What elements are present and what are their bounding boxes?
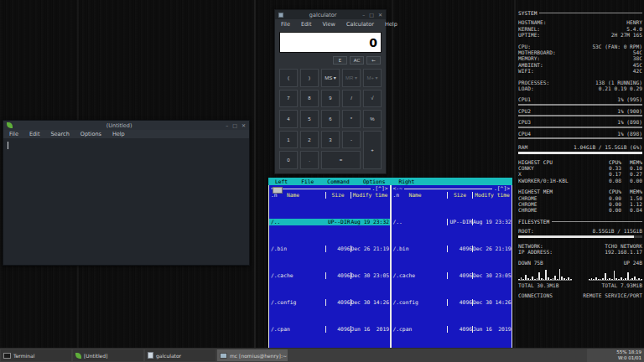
calc-key[interactable]: 0 [279, 151, 298, 169]
calc-key[interactable]: M+ ▾ [363, 69, 382, 87]
cpu-usage-bar [518, 115, 642, 116]
panel-column-headers: .n Name Size Modify time [392, 192, 512, 199]
calc-key[interactable]: 4 [279, 110, 298, 128]
graph-bar [545, 270, 547, 280]
taskbar-window-button[interactable]: Terminal [1, 349, 71, 361]
calculator-window: galculator – □ ✕ File Edit View Calculat… [274, 9, 387, 174]
graph-bar [566, 279, 568, 280]
graph-bar [559, 269, 561, 280]
editor-titlebar[interactable]: (Untitled) – □ ✕ [3, 121, 249, 130]
menu-item[interactable]: File [9, 131, 18, 137]
conky-process-row: PROCESSES: 138 (1 RUNNING) [518, 80, 642, 85]
file-row[interactable]: /.cpan 4096 Jun 16 2019 [269, 326, 390, 333]
menu-item[interactable]: Edit [301, 21, 312, 28]
mc-menu-item[interactable]: Options [363, 178, 386, 185]
calculator-titlebar[interactable]: galculator – □ ✕ [275, 10, 386, 19]
ram-usage-bar [518, 152, 642, 154]
menu-item[interactable]: Search [50, 131, 69, 137]
menu-item[interactable]: File [281, 21, 290, 28]
graph-bar [530, 279, 532, 280]
graph-bar [605, 273, 606, 280]
calc-key[interactable]: MS ▾ [321, 69, 340, 87]
maximize-button[interactable]: □ [232, 123, 237, 128]
highest-mem-row: CHROME 0.00 1.12 [518, 201, 642, 207]
conky-system-monitor: SYSTEM HOSTNAME: HENRY KERNEL: 5.4.0 UPT… [518, 10, 642, 299]
calc-key[interactable]: 6 [321, 110, 340, 128]
calc-key[interactable]: 9 [321, 90, 340, 108]
graph-bar [598, 279, 600, 280]
calc-function-button[interactable]: E [333, 56, 347, 65]
graph-bar [623, 279, 625, 280]
graph-bar [638, 278, 640, 280]
panel-path: ~ [399, 185, 402, 192]
maximize-button[interactable]: □ [369, 13, 374, 18]
calc-key[interactable]: * [342, 110, 361, 128]
conky-temp-row: WIFI: 42C [518, 68, 642, 74]
file-row[interactable]: /.bin 4096 Dec 26 21:19 [392, 246, 512, 252]
graph-bar [602, 278, 604, 280]
panel-scroll-marker[interactable]: .[^]> [372, 185, 388, 192]
menu-item[interactable]: Edit [29, 131, 40, 137]
file-row[interactable]: /.. UP--DIR Aug 19 23:32 [269, 219, 390, 225]
mc-menu-item[interactable]: Right [398, 178, 414, 185]
taskbar-window-button[interactable]: mc [nomius@henry]:~ [217, 349, 288, 361]
root-usage-bar [518, 235, 642, 238]
conky-section-system: SYSTEM [518, 10, 642, 16]
calc-key[interactable]: % [363, 110, 382, 128]
conky-info-row: KERNEL: 5.4.0 [518, 26, 642, 32]
file-row[interactable]: /.bin 4096 Dec 26 21:19 [269, 246, 390, 252]
menu-item[interactable]: Options [80, 131, 101, 137]
file-row[interactable]: /.cpan 4096 Jun 16 2019 [392, 326, 512, 333]
mc-menu-item[interactable]: Left [275, 178, 288, 185]
menu-item[interactable]: Calculator [346, 21, 374, 28]
menu-item[interactable]: Help [112, 131, 125, 137]
calc-function-button[interactable]: ← [366, 56, 381, 65]
calc-key[interactable]: √ [363, 90, 382, 108]
panel-left-marker[interactable]: <- [393, 185, 400, 192]
file-row[interactable]: /.config 4096 Dec 30 14:26 [392, 299, 512, 306]
minimize-button[interactable]: – [362, 13, 365, 18]
calc-key[interactable]: / [342, 90, 361, 108]
calc-function-button[interactable]: AC [350, 56, 364, 65]
conky-cpu-block: CPU2 1% (900) [518, 108, 642, 116]
calculator-clear-row: E AC ← [275, 55, 386, 66]
close-button[interactable]: ✕ [378, 13, 382, 18]
cpu-usage-bar [518, 104, 642, 106]
calc-key[interactable]: 2 [300, 131, 319, 149]
highest-cpu-row: X 0.17 0.27 [518, 171, 642, 177]
calc-key[interactable]: 5 [300, 110, 319, 128]
file-row[interactable]: /.cache 4096 Dec 30 23:05 [269, 272, 390, 279]
mc-menu-item[interactable]: File [301, 178, 314, 185]
calc-key[interactable]: 3 [321, 131, 340, 149]
calc-key[interactable]: ( [279, 69, 298, 87]
menu-item[interactable]: View [322, 21, 335, 28]
taskbar-window-button[interactable]: galculator [145, 349, 216, 361]
menu-item[interactable]: Help [385, 21, 397, 28]
calc-key[interactable]: . [300, 151, 319, 169]
calc-key[interactable]: 8 [300, 90, 319, 108]
minimize-button[interactable]: – [226, 123, 228, 128]
conky-temp-row: MOTHERBOARD: 54C [518, 49, 642, 55]
file-row[interactable]: /.. UP--DIR Aug 19 23:32 [392, 219, 512, 225]
mc-menubar: Left File Command Options Right [268, 178, 512, 185]
calc-key[interactable]: MR ▾ [342, 69, 361, 87]
graph-bar [557, 279, 558, 280]
calc-key[interactable]: - [342, 131, 361, 149]
calc-key[interactable]: + [363, 131, 382, 169]
calc-key[interactable]: = [321, 151, 361, 169]
panel-scroll-marker[interactable]: .[^]> [494, 185, 510, 192]
file-row[interactable]: /.config 4096 Dec 30 14:26 [269, 299, 390, 306]
graph-bar [621, 277, 622, 280]
mc-menu-item[interactable]: Command [327, 178, 350, 185]
close-button[interactable]: ✕ [242, 123, 246, 128]
editor-text-area[interactable] [3, 139, 249, 265]
graph-bar [538, 272, 540, 280]
taskbar-window-button[interactable]: [Untitled] [73, 349, 143, 361]
calc-key[interactable]: 7 [279, 90, 298, 108]
download-total: TOTAL 30.3MiB [518, 282, 572, 288]
calc-key[interactable]: ) [300, 69, 319, 87]
panel-column-headers: .n Name Size Modify time [269, 192, 390, 199]
graph-bar [595, 277, 597, 280]
file-row[interactable]: /.cache 4096 Dec 30 23:05 [392, 272, 512, 279]
calc-key[interactable]: 1 [279, 131, 298, 149]
